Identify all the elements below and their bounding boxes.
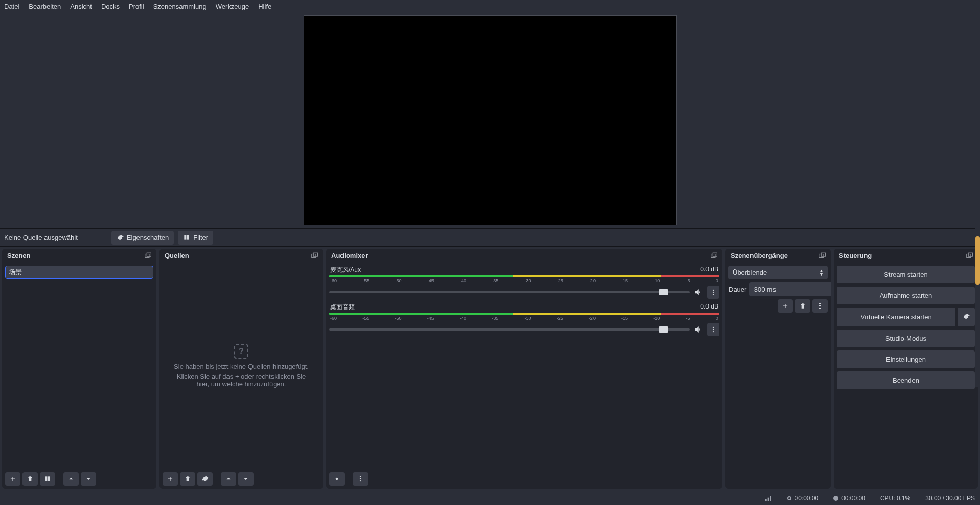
- chevron-up-icon: [225, 475, 232, 482]
- menu-profil[interactable]: Profil: [129, 3, 144, 10]
- duration-input[interactable]: [749, 282, 831, 296]
- transitions-dock: Szenenübergänge Überblende ▲▼ Dauer ▲ ▼: [725, 249, 831, 489]
- svg-rect-25: [968, 253, 972, 256]
- svg-point-17: [360, 478, 361, 479]
- popout-icon[interactable]: [710, 252, 717, 259]
- transition-selected-label: Überblende: [733, 269, 767, 276]
- record-dot-icon: [833, 496, 838, 501]
- popout-icon[interactable]: [966, 252, 973, 259]
- source-move-up-button[interactable]: [221, 472, 236, 486]
- preview-area: [0, 12, 980, 228]
- start-stream-button[interactable]: Stream starten: [837, 266, 975, 283]
- settings-button[interactable]: Einstellungen: [837, 350, 975, 368]
- svg-rect-6: [312, 254, 316, 257]
- scene-move-down-button[interactable]: [81, 472, 96, 486]
- exit-button[interactable]: Beenden: [837, 371, 975, 389]
- menu-hilfe[interactable]: Hilfe: [258, 3, 271, 10]
- menu-ansicht[interactable]: Ansicht: [70, 3, 92, 10]
- source-move-down-button[interactable]: [238, 472, 254, 486]
- right-scrollbar[interactable]: [975, 11, 980, 387]
- sources-title: Quellen: [165, 252, 189, 259]
- gear-icon: [117, 234, 124, 241]
- scene-move-up-button[interactable]: [63, 472, 79, 486]
- scene-item[interactable]: [5, 266, 153, 279]
- svg-rect-28: [770, 496, 772, 501]
- dots-vertical-icon: [816, 302, 824, 310]
- speaker-icon[interactable]: [694, 288, 703, 297]
- audio-scale: -60-55-50-45-40-35-30-25-20-15-10-50: [329, 316, 719, 321]
- filter-icon: [183, 234, 190, 241]
- svg-rect-3: [147, 253, 151, 256]
- audio-channel-name: 桌面音频: [330, 303, 355, 312]
- cpu-usage: CPU: 0.1%: [880, 495, 910, 502]
- statusbar: 00:00:00 00:00:00 CPU: 0.1% 30.00 / 30.0…: [0, 491, 980, 505]
- audio-options-button[interactable]: [707, 323, 719, 336]
- trash-icon: [27, 475, 34, 482]
- select-spinner-icon: ▲▼: [819, 269, 824, 276]
- question-icon: ?: [234, 344, 248, 359]
- svg-point-10: [713, 290, 714, 291]
- preview-canvas[interactable]: [304, 15, 677, 225]
- svg-point-14: [713, 329, 714, 330]
- transition-select[interactable]: Überblende ▲▼: [728, 266, 828, 279]
- remove-transition-button[interactable]: [795, 299, 810, 313]
- audio-options-button[interactable]: [707, 286, 719, 299]
- add-transition-button[interactable]: [778, 299, 793, 313]
- properties-button[interactable]: Eigenschaften: [111, 231, 174, 245]
- docks-row: Szenen Quellen ? Sie haben bis jetzt kei…: [0, 247, 980, 491]
- volume-slider[interactable]: [329, 291, 690, 293]
- vcam-settings-button[interactable]: [958, 308, 975, 326]
- no-source-label: Keine Quelle ausgewählt: [4, 234, 78, 241]
- audio-meter: [329, 275, 719, 277]
- menu-bearbeiten[interactable]: Bearbeiten: [29, 3, 61, 10]
- trash-icon: [799, 302, 806, 310]
- gear-plus-icon: [333, 475, 340, 482]
- popout-icon[interactable]: [144, 252, 151, 259]
- popout-icon[interactable]: [818, 252, 826, 259]
- scenes-dock: Szenen: [2, 249, 156, 489]
- filters-button[interactable]: Filter: [178, 231, 213, 245]
- gear-icon: [963, 313, 970, 320]
- remove-source-button[interactable]: [180, 472, 195, 486]
- record-time: 00:00:00: [841, 495, 865, 502]
- gear-icon: [201, 475, 209, 482]
- svg-point-18: [360, 480, 361, 481]
- chevron-down-icon: [85, 475, 92, 482]
- add-source-button[interactable]: [163, 472, 178, 486]
- scene-filter-button[interactable]: [40, 472, 55, 486]
- chevron-up-icon: [67, 475, 75, 482]
- speaker-icon[interactable]: [694, 325, 703, 334]
- audio-menu-button[interactable]: [353, 472, 368, 486]
- studio-mode-button[interactable]: Studio-Modus: [837, 330, 975, 347]
- sources-empty-line1: Sie haben bis jetzt keine Quellen hinzug…: [174, 363, 309, 370]
- svg-rect-27: [768, 497, 769, 501]
- svg-point-15: [713, 331, 714, 332]
- start-vcam-button[interactable]: Virtuelle Kamera starten: [837, 308, 955, 326]
- svg-rect-26: [765, 499, 767, 501]
- plus-icon: [167, 475, 174, 482]
- popout-icon[interactable]: [311, 252, 318, 259]
- transition-menu-button[interactable]: [812, 299, 828, 313]
- svg-rect-4: [45, 476, 47, 481]
- advanced-audio-button[interactable]: [329, 472, 345, 486]
- scenes-title: Szenen: [7, 252, 31, 259]
- scrollbar-thumb[interactable]: [975, 236, 980, 285]
- controls-title: Steuerung: [839, 252, 872, 259]
- audiomixer-title: Audiomixer: [331, 252, 368, 259]
- menu-docks[interactable]: Docks: [101, 3, 120, 10]
- remove-scene-button[interactable]: [22, 472, 38, 486]
- scene-name-input[interactable]: [9, 269, 150, 276]
- source-properties-button[interactable]: [197, 472, 213, 486]
- menu-szenensammlung[interactable]: Szenensammlung: [153, 3, 207, 10]
- split-icon: [44, 475, 51, 482]
- menu-datei[interactable]: Datei: [4, 3, 19, 10]
- plus-icon: [9, 475, 16, 482]
- menu-werkzeuge[interactable]: Werkzeuge: [216, 3, 249, 10]
- dots-vertical-icon: [710, 289, 717, 296]
- start-record-button[interactable]: Aufnahme starten: [837, 287, 975, 304]
- volume-slider[interactable]: [329, 328, 690, 331]
- plus-icon: [782, 302, 789, 310]
- add-scene-button[interactable]: [5, 472, 20, 486]
- sources-dock: Quellen ? Sie haben bis jetzt keine Quel…: [159, 249, 323, 489]
- duration-label: Dauer: [728, 286, 746, 293]
